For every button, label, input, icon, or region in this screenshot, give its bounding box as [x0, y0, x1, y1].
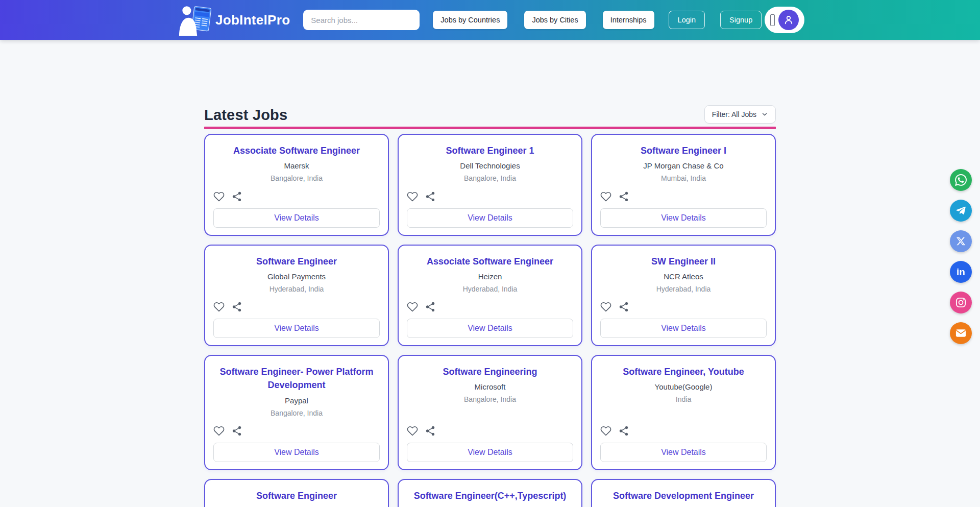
favorite-heart-icon[interactable]: [407, 191, 418, 202]
job-card-actions: [213, 294, 380, 312]
job-location: Bangalore, India: [213, 174, 380, 184]
job-card-actions: [407, 418, 573, 437]
nav-jobs-by-cities-button[interactable]: Jobs by Cities: [524, 11, 585, 29]
job-title[interactable]: SW Engineer II: [600, 255, 767, 268]
share-icon[interactable]: [231, 301, 242, 312]
favorite-heart-icon[interactable]: [407, 301, 418, 312]
job-title[interactable]: Software Engineer 1: [407, 144, 573, 157]
job-card-actions: [213, 184, 380, 202]
brand-title[interactable]: JobIntelPro: [215, 12, 290, 28]
job-card: SW Engineer II NCR Atleos Hyderabad, Ind…: [591, 245, 776, 347]
view-details-button[interactable]: View Details: [213, 208, 380, 228]
view-details-button[interactable]: View Details: [213, 319, 380, 338]
job-company: Maersk: [213, 160, 380, 171]
login-button[interactable]: Login: [669, 11, 705, 29]
favorite-heart-icon[interactable]: [213, 301, 225, 312]
job-title[interactable]: Software Engineer: [213, 489, 380, 502]
nav-internships-button[interactable]: Internships: [603, 11, 654, 29]
signup-button[interactable]: Signup: [720, 11, 762, 29]
job-company: Dell Technologies: [407, 160, 573, 171]
job-title[interactable]: Associate Software Engineer: [213, 144, 380, 157]
job-title[interactable]: Software Engineer, Youtube: [600, 365, 767, 378]
chevron-down-icon: [761, 111, 768, 118]
search-input[interactable]: [303, 10, 420, 30]
job-company: Heizen: [407, 271, 573, 282]
job-location: Hyderabad, India: [600, 284, 767, 295]
view-details-button[interactable]: View Details: [600, 208, 767, 228]
job-company: Paypal: [213, 395, 380, 406]
main-content: Latest Jobs Filter: All Jobs Associate S…: [204, 40, 776, 507]
brand-logo-icon[interactable]: [176, 4, 215, 36]
email-button[interactable]: [950, 322, 972, 344]
heading-underline: [204, 127, 776, 129]
linkedin-button[interactable]: in: [950, 261, 972, 283]
job-location: Bangalore, India: [407, 174, 573, 184]
job-location: Bangalore, India: [213, 408, 380, 419]
nav-jobs-by-countries-button[interactable]: Jobs by Countries: [433, 11, 507, 29]
favorite-heart-icon[interactable]: [600, 301, 611, 312]
job-card: Software Engineer Akamai Bengaluru, Indi…: [204, 479, 389, 507]
user-avatar[interactable]: [778, 10, 799, 30]
instagram-icon: [955, 297, 967, 308]
job-title[interactable]: Software Engineer I: [600, 144, 767, 157]
view-details-button[interactable]: View Details: [407, 443, 573, 462]
email-icon: [955, 327, 967, 339]
job-card: Software Engineer Global Payments Hydera…: [204, 245, 389, 347]
job-location: India: [600, 395, 767, 405]
job-title[interactable]: Software Engineer: [213, 255, 380, 268]
share-icon[interactable]: [231, 425, 242, 437]
view-details-button[interactable]: View Details: [600, 319, 767, 338]
job-card-actions: [600, 184, 767, 202]
share-icon[interactable]: [618, 191, 629, 202]
main-nav: Jobs by Countries Jobs by Cities Interns…: [433, 11, 654, 29]
whatsapp-button[interactable]: [950, 169, 972, 191]
job-location: Mumbai, India: [600, 174, 767, 184]
share-icon[interactable]: [618, 425, 629, 437]
favorite-heart-icon[interactable]: [407, 425, 418, 437]
job-card: Associate Software Engineer Heizen Hyder…: [398, 245, 582, 347]
theme-toggle-icon[interactable]: [770, 14, 775, 26]
job-card: Software Engineer(C++,Typescript) AutoDe…: [398, 479, 582, 507]
job-card-actions: [407, 184, 573, 202]
job-title[interactable]: Associate Software Engineer: [407, 255, 573, 268]
job-card: Associate Software Engineer Maersk Banga…: [204, 134, 389, 236]
job-company: Global Payments: [213, 271, 380, 282]
favorite-heart-icon[interactable]: [213, 425, 225, 437]
view-details-button[interactable]: View Details: [600, 443, 767, 462]
share-icon[interactable]: [425, 191, 436, 202]
job-card: Software Engineer- Power Platform Develo…: [204, 355, 389, 470]
header: JobIntelPro Jobs by Countries Jobs by Ci…: [0, 0, 980, 40]
auth-buttons: Login Signup: [669, 11, 762, 29]
job-card: Software Engineer I JP Morgan Chase & Co…: [591, 134, 776, 236]
view-details-button[interactable]: View Details: [213, 443, 380, 462]
job-card: Software Engineer, Youtube Youtube(Googl…: [591, 355, 776, 470]
jobs-grid: Associate Software Engineer Maersk Banga…: [204, 134, 776, 507]
filter-dropdown[interactable]: Filter: All Jobs: [704, 105, 776, 124]
share-icon[interactable]: [618, 301, 629, 312]
share-icon[interactable]: [425, 301, 436, 312]
job-card-actions: [600, 294, 767, 312]
telegram-button[interactable]: [950, 200, 972, 222]
job-title[interactable]: Software Engineering: [407, 365, 573, 378]
favorite-heart-icon[interactable]: [213, 191, 225, 202]
x-twitter-button[interactable]: [950, 230, 972, 252]
view-details-button[interactable]: View Details: [407, 208, 573, 228]
linkedin-icon: in: [957, 267, 965, 277]
filter-label: Filter: All Jobs: [712, 110, 756, 118]
job-company: NCR Atleos: [600, 271, 767, 282]
job-title[interactable]: Software Engineer(C++,Typescript): [407, 489, 573, 502]
x-twitter-icon: [956, 236, 966, 246]
telegram-icon: [955, 205, 966, 216]
view-details-button[interactable]: View Details: [407, 319, 573, 338]
job-title[interactable]: Software Development Engineer: [600, 489, 767, 502]
profile-menu[interactable]: [765, 7, 804, 33]
job-company: JP Morgan Chase & Co: [600, 160, 767, 171]
share-icon[interactable]: [425, 425, 436, 437]
favorite-heart-icon[interactable]: [600, 191, 611, 202]
job-location: Hyderabad, India: [213, 284, 380, 295]
page-title: Latest Jobs: [204, 107, 287, 124]
favorite-heart-icon[interactable]: [600, 425, 611, 437]
share-icon[interactable]: [231, 191, 242, 202]
job-title[interactable]: Software Engineer- Power Platform Develo…: [213, 365, 380, 392]
instagram-button[interactable]: [950, 292, 972, 313]
